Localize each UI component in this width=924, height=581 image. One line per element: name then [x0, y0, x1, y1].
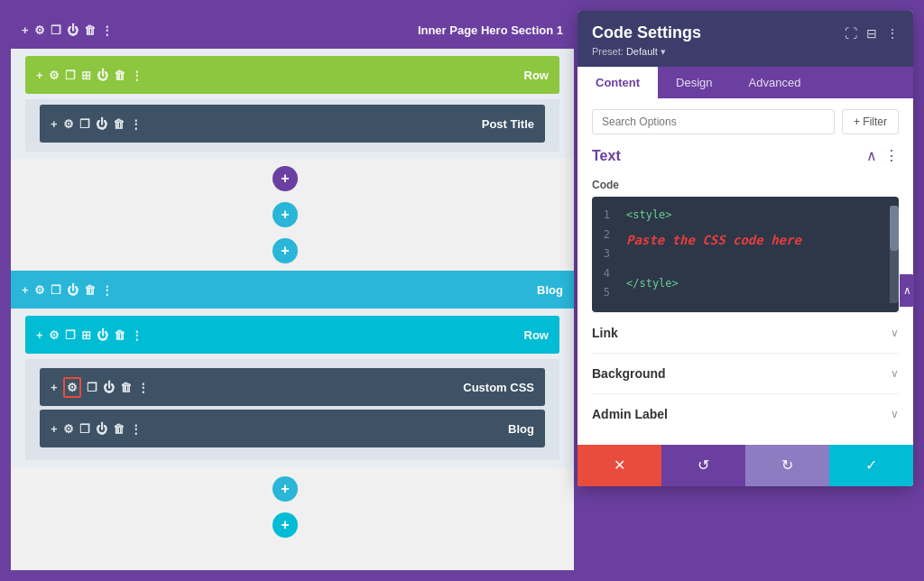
line-5: 5 — [601, 283, 610, 303]
hero-trash-icon[interactable]: 🗑 — [84, 23, 96, 37]
css-copy-icon[interactable]: ❐ — [87, 381, 97, 394]
pt-copy-icon[interactable]: ❐ — [79, 117, 90, 131]
cancel-button[interactable]: ✕ — [578, 445, 661, 486]
pt-dots-icon[interactable]: ⋮ — [130, 117, 142, 131]
blog-copy-icon[interactable]: ❐ — [51, 283, 61, 297]
add-section-btn[interactable]: + — [273, 512, 298, 538]
pt-trash-icon[interactable]: 🗑 — [113, 117, 125, 131]
add-module-btn-1[interactable]: + — [273, 166, 298, 191]
pt-gear-icon[interactable]: ⚙ — [63, 117, 74, 131]
blog-add-icon[interactable]: + — [22, 283, 29, 297]
blog-trash-icon[interactable]: 🗑 — [84, 283, 96, 297]
teal-row-icons: + ⚙ ❐ ⊞ ⏻ 🗑 ⋮ — [36, 328, 143, 342]
green-row-icons: + ⚙ ❐ ⊞ ⏻ 🗑 ⋮ — [36, 69, 143, 82]
more-icon[interactable]: ⋮ — [886, 26, 899, 41]
hero-dots-icon[interactable]: ⋮ — [101, 23, 113, 37]
preset-arrow: ▾ — [661, 46, 666, 57]
row-add-icon[interactable]: + — [36, 69, 43, 82]
add-row-btn[interactable]: + — [273, 476, 298, 502]
hero-power-icon[interactable]: ⏻ — [67, 23, 79, 37]
redo-button[interactable]: ↻ — [745, 445, 829, 486]
columns-icon[interactable]: ⊟ — [866, 26, 877, 41]
code-field: Code 1 2 3 4 5 <style> Paste the CSS cod… — [592, 179, 899, 312]
text-collapse-icon[interactable]: ∧ — [866, 147, 877, 164]
admin-label-title: Admin Label — [592, 407, 668, 421]
css-trash-icon[interactable]: 🗑 — [120, 381, 132, 394]
trow-grid-icon[interactable]: ⊞ — [81, 328, 91, 342]
css-dots-icon[interactable]: ⋮ — [137, 381, 149, 394]
row-trash-icon[interactable]: 🗑 — [114, 69, 125, 82]
hero-add-icon[interactable]: + — [22, 23, 29, 37]
teal-row-bar: + ⚙ ❐ ⊞ ⏻ 🗑 ⋮ Row — [25, 316, 559, 354]
text-more-icon[interactable]: ⋮ — [884, 147, 899, 164]
tab-advanced[interactable]: Advanced — [731, 67, 819, 98]
undo-icon: ↺ — [698, 456, 709, 474]
add-module-btn-2[interactable]: + — [273, 202, 298, 227]
blog-bar-icons: + ⚙ ❐ ⏻ 🗑 ⋮ — [22, 283, 113, 297]
code-settings-panel: Code Settings ⛶ ⊟ ⋮ Preset: Default ▾ Co… — [578, 11, 913, 486]
css-add-icon[interactable]: + — [51, 381, 58, 394]
tab-design[interactable]: Design — [658, 67, 730, 98]
hero-gear-icon[interactable]: ⚙ — [34, 23, 45, 37]
custom-css-label: Custom CSS — [463, 381, 534, 394]
row-dots-icon[interactable]: ⋮ — [131, 69, 143, 82]
blog-module-bar: + ⚙ ❐ ⏻ 🗑 ⋮ Blog — [40, 410, 545, 447]
bm-trash-icon[interactable]: 🗑 — [113, 422, 125, 436]
css-gear-icon[interactable]: ⚙ — [67, 381, 78, 394]
expand-icon[interactable]: ⛶ — [845, 26, 857, 41]
blog-section-bar: + ⚙ ❐ ⏻ 🗑 ⋮ Blog — [11, 271, 574, 309]
green-row-bar: + ⚙ ❐ ⊞ ⏻ 🗑 ⋮ Row — [25, 56, 559, 94]
admin-label-section[interactable]: Admin Label ∨ — [592, 393, 899, 434]
bm-power-icon[interactable]: ⏻ — [96, 422, 107, 436]
trow-copy-icon[interactable]: ❐ — [65, 328, 76, 342]
trow-add-icon[interactable]: + — [36, 328, 43, 342]
panel-body: + Filter Text ∧ ⋮ Code 1 2 3 4 — [578, 98, 913, 445]
trow-power-icon[interactable]: ⏻ — [97, 328, 108, 342]
bm-dots-icon[interactable]: ⋮ — [130, 422, 142, 436]
pt-add-icon[interactable]: + — [51, 117, 58, 131]
row-copy-icon[interactable]: ❐ — [65, 69, 76, 82]
trow-gear-icon[interactable]: ⚙ — [49, 328, 60, 342]
hero-section-bar: + ⚙ ❐ ⏻ 🗑 ⋮ Inner Page Hero Section 1 — [11, 11, 574, 49]
blog-row-wrapper: + ⚙ ❐ ⊞ ⏻ 🗑 ⋮ Row + ⚙ — [11, 309, 574, 467]
blog-gear-icon[interactable]: ⚙ — [34, 283, 45, 297]
add-module-btn-3[interactable]: + — [273, 238, 298, 263]
search-bar: + Filter — [592, 109, 899, 134]
panel-header-icons: ⛶ ⊟ ⋮ — [845, 26, 899, 41]
code-placeholder-text: Paste the CSS code here — [626, 229, 882, 252]
link-chevron-icon: ∨ — [891, 327, 899, 339]
trow-trash-icon[interactable]: 🗑 — [114, 328, 125, 342]
undo-button[interactable]: ↺ — [661, 445, 745, 486]
trow-dots-icon[interactable]: ⋮ — [131, 328, 143, 342]
code-scrollbar[interactable] — [890, 206, 899, 303]
row-grid-icon[interactable]: ⊞ — [81, 69, 91, 82]
panel-preset: Preset: Default ▾ — [592, 46, 899, 58]
module-wrapper: + ⚙ ❐ ⏻ 🗑 ⋮ Post Title — [25, 99, 559, 152]
panel-edge-toggle[interactable]: ∧ — [900, 274, 914, 307]
bm-gear-icon[interactable]: ⚙ — [63, 422, 74, 436]
code-editor[interactable]: 1 2 3 4 5 <style> Paste the CSS code her… — [592, 197, 899, 312]
hero-copy-icon[interactable]: ❐ — [51, 23, 61, 37]
save-button[interactable]: ✓ — [829, 445, 913, 486]
text-section-header: Text ∧ ⋮ — [592, 147, 899, 170]
filter-button[interactable]: + Filter — [842, 109, 899, 134]
background-title: Background — [592, 366, 666, 381]
pt-power-icon[interactable]: ⏻ — [96, 117, 107, 131]
panel-title: Code Settings — [592, 23, 701, 42]
bm-copy-icon[interactable]: ❐ — [79, 422, 90, 436]
blog-dots-icon[interactable]: ⋮ — [101, 283, 113, 297]
css-power-icon[interactable]: ⏻ — [103, 381, 115, 394]
blog-power-icon[interactable]: ⏻ — [67, 283, 79, 297]
background-section[interactable]: Background ∨ — [592, 353, 899, 393]
search-input[interactable] — [592, 109, 835, 134]
row-power-icon[interactable]: ⏻ — [97, 69, 108, 82]
line-3: 3 — [601, 244, 610, 264]
blog-module-icons: + ⚙ ❐ ⏻ 🗑 ⋮ — [51, 422, 142, 436]
panel-header: Code Settings ⛶ ⊟ ⋮ Preset: Default ▾ — [578, 11, 913, 67]
teal-row-label: Row — [524, 328, 549, 342]
tab-content[interactable]: Content — [578, 67, 658, 98]
row-gear-icon[interactable]: ⚙ — [49, 69, 60, 82]
link-section[interactable]: Link ∨ — [592, 312, 899, 353]
bm-add-icon[interactable]: + — [51, 422, 58, 436]
preset-link[interactable]: Default — [626, 46, 658, 57]
